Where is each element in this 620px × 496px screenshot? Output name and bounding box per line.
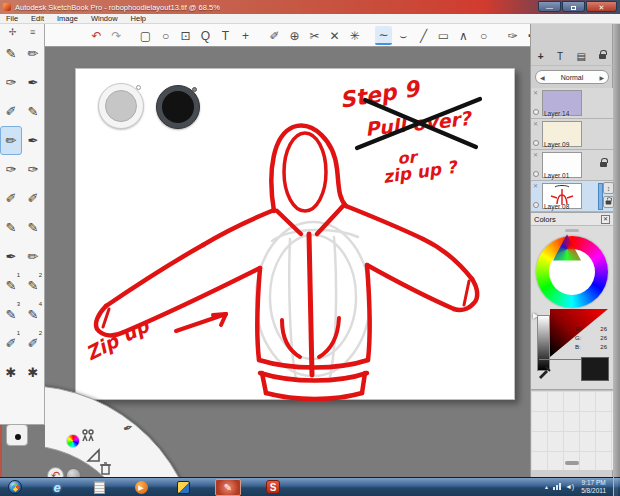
panel-scroll-strip[interactable]	[612, 24, 620, 477]
menu-image[interactable]: Image	[55, 14, 80, 23]
brush-puck-surface[interactable]	[105, 90, 137, 122]
brush-ballpoint[interactable]: ✏	[22, 39, 44, 68]
ellipse-tool[interactable]: ○	[475, 26, 492, 45]
cut-tool[interactable]: ✂	[306, 26, 323, 45]
brush-eraser-soft[interactable]: ✐	[0, 184, 22, 213]
brush-flood[interactable]: ✒	[22, 126, 44, 155]
color-puck[interactable]	[156, 85, 200, 129]
redo-puck[interactable]	[66, 468, 81, 477]
blend-next-arrow[interactable]: ▶	[599, 74, 604, 81]
undo-puck[interactable]: ↶	[47, 467, 64, 477]
swatches-panel[interactable]	[531, 390, 613, 470]
symmetry-icon[interactable]	[80, 427, 96, 443]
layer-lock-button[interactable]	[603, 196, 614, 208]
brush-pencil-1[interactable]: ✎1	[0, 271, 22, 300]
title-bar[interactable]: Autodesk SketchBook Pro - robophoodielay…	[0, 0, 620, 14]
image-layer-button[interactable]: ▤	[576, 51, 585, 62]
brush-pen-1[interactable]: ✐1	[0, 329, 22, 358]
menu-file[interactable]: File	[4, 14, 20, 23]
brush-pencil[interactable]: ✎	[0, 39, 22, 68]
lasso-select-tool[interactable]: ○	[157, 26, 174, 45]
layer-visibility-toggle[interactable]	[533, 171, 539, 177]
scale-tool[interactable]: ✕	[326, 26, 343, 45]
start-button[interactable]	[5, 479, 25, 495]
show-desktop-button[interactable]	[613, 477, 618, 496]
trash-icon[interactable]	[97, 460, 113, 476]
minimize-button[interactable]: —	[538, 1, 561, 12]
layer-row-layer-08[interactable]: ✕Layer 08↕	[531, 181, 613, 212]
blend-mode-selector[interactable]: ◀ Normal ▶	[535, 70, 609, 84]
brush-felt-marker[interactable]: ✒	[22, 68, 44, 97]
brush-splatter-2[interactable]: ✱	[22, 358, 44, 387]
menu-edit[interactable]: Edit	[29, 14, 46, 23]
layer-visibility-toggle[interactable]	[533, 109, 539, 115]
text-tool[interactable]: T	[217, 26, 234, 45]
zoom-tool[interactable]: Q	[197, 26, 214, 45]
brush-highlighter[interactable]: ✑	[22, 155, 44, 184]
eyedropper-icon[interactable]	[537, 363, 553, 383]
line-tool[interactable]: ╱	[415, 26, 432, 45]
undo-button[interactable]: ↶	[88, 26, 105, 45]
brush-list-icon[interactable]: ≡	[30, 27, 35, 37]
airbrush-header-icon[interactable]: ✢	[9, 27, 17, 37]
s-app-icon[interactable]: S	[263, 479, 283, 495]
polyline-tool[interactable]: ∧	[455, 26, 472, 45]
brush-splatter-1[interactable]: ✱	[0, 358, 22, 387]
value-slider-handle[interactable]	[533, 313, 538, 319]
sketch-canvas[interactable]: Step 9 Pull over? or zip up ? Zip up	[76, 69, 516, 401]
sketchbook-active-app[interactable]: ✎	[215, 479, 241, 496]
maximize-button[interactable]	[562, 1, 585, 12]
layer-row-layer-14[interactable]: ✕Layer 14	[531, 88, 613, 119]
brush-fine-pen[interactable]: ✐	[0, 97, 22, 126]
steady-stroke-tool[interactable]: ∼	[375, 26, 392, 45]
redo-button[interactable]: ↷	[108, 26, 125, 45]
tray-expand-icon[interactable]: ▲	[544, 484, 549, 490]
speaker-icon[interactable]: ◄)	[565, 483, 574, 490]
current-color-swatch[interactable]	[581, 357, 609, 381]
layer-visibility-toggle[interactable]	[533, 202, 539, 208]
rect-select-tool[interactable]: ▢	[137, 26, 154, 45]
brush-airbrush[interactable]: ✎	[22, 97, 44, 126]
crop-tool[interactable]: ⊡	[177, 26, 194, 45]
brush-pencil-3[interactable]: ✎3	[0, 300, 22, 329]
brush-bell-1[interactable]: ✎	[0, 213, 22, 242]
layer-row-layer-09[interactable]: ✕Layer 09	[531, 119, 613, 150]
lock-layer-button[interactable]	[599, 54, 606, 59]
distort-tool[interactable]: ✳	[346, 26, 363, 45]
network-icon[interactable]	[553, 483, 561, 490]
media-player-icon[interactable]: ▶	[131, 479, 151, 495]
brush-pencil-2[interactable]: ✎2	[22, 271, 44, 300]
brush-nib-2[interactable]: ✏	[22, 242, 44, 271]
colors-close-icon[interactable]: ✕	[601, 215, 610, 224]
canvas-area[interactable]: Step 9 Pull over? or zip up ? Zip up	[45, 47, 530, 477]
text-layer-button[interactable]: T	[557, 51, 563, 62]
layer-visibility-toggle[interactable]	[533, 140, 539, 146]
brush-chisel-marker[interactable]: ✑	[0, 68, 22, 97]
color-puck-surface[interactable]	[162, 91, 194, 123]
rectangle-tool[interactable]: ▭	[435, 26, 452, 45]
taskbar-clock[interactable]: 9:17 PM 5/8/2011	[578, 479, 609, 495]
curve-tool[interactable]: ⌣	[395, 26, 412, 45]
brush-bell-2[interactable]: ✎	[22, 213, 44, 242]
blend-prev-arrow[interactable]: ◀	[540, 74, 545, 81]
colors-drag-handle[interactable]	[565, 229, 579, 232]
add-layer-button[interactable]: +	[538, 51, 544, 62]
close-button[interactable]: ✕	[586, 1, 617, 12]
brush-broad-marker[interactable]: ✑	[0, 155, 22, 184]
symmetry-tool[interactable]: ✑	[504, 26, 521, 45]
brush-nib-1[interactable]: ✒	[0, 242, 22, 271]
brush-eraser-hard[interactable]: ✐	[22, 184, 44, 213]
layer-move-button[interactable]: ↕	[603, 182, 614, 194]
brush-size-puck[interactable]	[6, 424, 28, 446]
layer-row-layer-01[interactable]: ✕Layer 01	[531, 150, 613, 181]
color-wheel-icon[interactable]	[65, 433, 81, 449]
swatches-drag-handle[interactable]	[565, 461, 579, 465]
move-tool[interactable]: +	[237, 26, 254, 45]
notepad-icon[interactable]	[89, 479, 109, 495]
menu-window[interactable]: Window	[89, 14, 120, 23]
eraser-tool[interactable]: ✐	[266, 26, 283, 45]
fill-tool[interactable]: ⊕	[286, 26, 303, 45]
brush-paintbrush[interactable]: ✏	[0, 126, 22, 155]
brush-pencil-4[interactable]: ✎4	[22, 300, 44, 329]
paint-app-icon[interactable]	[173, 479, 193, 495]
